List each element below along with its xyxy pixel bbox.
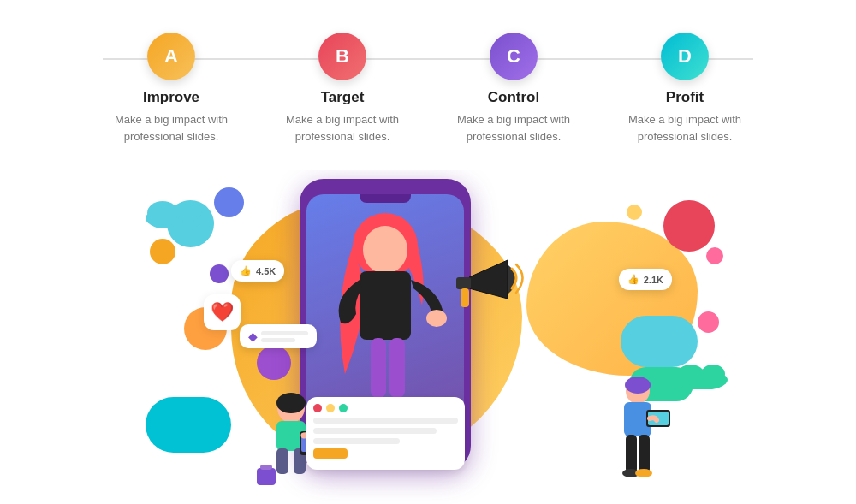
chat-dot-yellow bbox=[326, 404, 335, 412]
deco-circle-purple-mid bbox=[257, 346, 291, 380]
svg-rect-12 bbox=[456, 277, 471, 289]
svg-point-1 bbox=[147, 201, 178, 225]
step-circle-d: D bbox=[661, 33, 709, 80]
step-item-b: B Target Make a big impact with professi… bbox=[257, 33, 428, 145]
chat-dot-red bbox=[313, 404, 322, 412]
standing-person bbox=[603, 376, 672, 487]
svg-rect-10 bbox=[371, 338, 386, 398]
msg-line-1 bbox=[261, 331, 308, 335]
illustration-section: ❤️ 👍 4.5K 👍 2.1K ◆ bbox=[0, 170, 856, 504]
svg-rect-28 bbox=[626, 435, 637, 473]
deco-circle-yellow-sm bbox=[627, 205, 642, 220]
chat-box bbox=[306, 397, 465, 470]
thumb-icon-left: 👍 bbox=[240, 265, 252, 276]
svg-point-31 bbox=[635, 469, 652, 477]
chat-status-dots bbox=[313, 404, 458, 412]
like-count-right: 2.1K bbox=[644, 275, 663, 285]
deco-circle-purple-sm bbox=[210, 264, 229, 283]
svg-rect-29 bbox=[639, 435, 650, 473]
step-title-c: Control bbox=[488, 89, 539, 106]
chat-dot-green bbox=[339, 404, 348, 412]
chat-line-1 bbox=[313, 418, 458, 424]
step-title-d: Profit bbox=[666, 89, 704, 106]
steps-section: A Improve Make a big impact with profess… bbox=[0, 0, 856, 145]
phone-notch bbox=[360, 194, 411, 203]
like-bubble-left: 👍 4.5K bbox=[231, 260, 284, 282]
step-desc-b: Make a big impact with professional slid… bbox=[257, 111, 428, 145]
like-count-left: 4.5K bbox=[256, 266, 276, 276]
cloud-left bbox=[141, 194, 210, 232]
step-desc-d: Make a big impact with professional slid… bbox=[599, 111, 770, 145]
step-letter-d: D bbox=[678, 45, 692, 68]
svg-point-2 bbox=[175, 201, 202, 222]
step-title-a: Improve bbox=[143, 89, 199, 106]
svg-rect-13 bbox=[461, 288, 469, 307]
thumb-icon-right: 👍 bbox=[627, 274, 639, 285]
message-bubble-left: ◆ bbox=[240, 324, 317, 348]
svg-rect-17 bbox=[276, 448, 288, 474]
svg-rect-8 bbox=[360, 271, 411, 340]
svg-rect-21 bbox=[257, 468, 276, 485]
megaphone bbox=[443, 247, 529, 328]
cloud-right bbox=[672, 359, 732, 393]
diamond-icon: ◆ bbox=[248, 329, 258, 343]
svg-point-15 bbox=[276, 393, 306, 413]
deco-circle-pink bbox=[698, 311, 719, 333]
chat-line-2 bbox=[313, 428, 437, 434]
step-item-c: C Control Make a big impact with profess… bbox=[428, 33, 599, 145]
step-letter-a: A bbox=[164, 45, 178, 68]
like-bubble-right: 👍 2.1K bbox=[619, 269, 672, 290]
svg-point-24 bbox=[625, 377, 651, 394]
step-item-d: D Profit Make a big impact with professi… bbox=[599, 33, 770, 145]
svg-rect-11 bbox=[389, 338, 405, 398]
svg-point-4 bbox=[677, 365, 704, 385]
step-circle-a: A bbox=[147, 33, 195, 80]
svg-point-5 bbox=[701, 365, 725, 383]
step-title-b: Target bbox=[321, 89, 365, 106]
chat-line-3 bbox=[313, 438, 400, 444]
msg-line-2 bbox=[261, 338, 295, 342]
svg-rect-22 bbox=[260, 465, 272, 470]
step-circle-c: C bbox=[490, 33, 538, 80]
heart-bubble: ❤️ bbox=[204, 294, 241, 330]
step-desc-a: Make a big impact with professional slid… bbox=[86, 111, 257, 145]
step-circle-b: B bbox=[318, 33, 366, 80]
deco-circle-orange-sm bbox=[150, 239, 175, 264]
step-item-a: A Improve Make a big impact with profess… bbox=[86, 33, 257, 145]
deco-circle-cyan-large bbox=[146, 397, 231, 453]
step-letter-c: C bbox=[507, 45, 520, 68]
chat-button bbox=[313, 448, 348, 459]
deco-circle-pink-sm2 bbox=[706, 247, 723, 264]
step-desc-c: Make a big impact with professional slid… bbox=[428, 111, 599, 145]
deco-circle-red bbox=[663, 200, 715, 252]
svg-point-7 bbox=[363, 226, 407, 274]
step-letter-b: B bbox=[336, 45, 349, 68]
deco-circle-blue2 bbox=[214, 187, 244, 217]
